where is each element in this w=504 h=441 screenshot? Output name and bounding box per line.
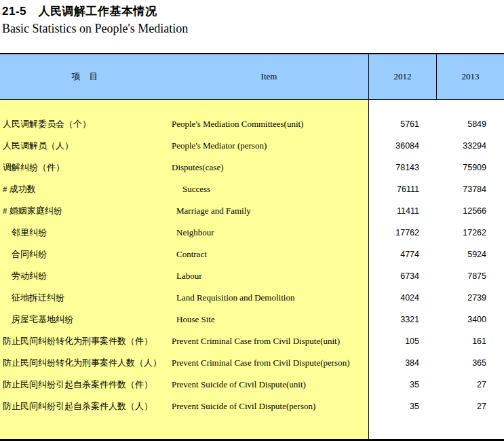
row-value-2013: 17262 <box>436 222 504 244</box>
row-value-2012: 6734 <box>368 265 436 287</box>
row-value-2013: 3400 <box>436 309 504 330</box>
table-spacer-row <box>0 100 504 113</box>
row-value-2013: 7875 <box>436 265 504 287</box>
row-label-en: Prevent Suicide of Civil Dispute(person) <box>170 396 368 417</box>
table-row <box>0 417 504 439</box>
row-value-2013: 75909 <box>436 157 504 178</box>
table-row: 防止民间纠纷引起自杀案件件数（件） Prevent Suicide of Civ… <box>0 374 504 396</box>
row-label-en: Prevent Suicide of Civil Dispute(unit) <box>170 374 368 396</box>
table-row: 征地拆迁纠纷 Land Requisition and Demolition 4… <box>0 287 504 309</box>
row-label-en: House Site <box>170 309 368 330</box>
row-value-2012: 5761 <box>368 113 436 135</box>
row-label-en: Prevent Criminal Case from Civil Dispute… <box>170 330 368 352</box>
row-value-2013: 365 <box>436 352 504 374</box>
table-row: 防止民间纠纷引起自杀案件人数（人） Prevent Suicide of Civ… <box>0 396 504 417</box>
table-row: 人民调解员（人） People's Mediator (person) 3608… <box>0 135 504 157</box>
table-row: 人民调解委员会（个） People's Mediation Committees… <box>0 113 504 135</box>
row-value-2012: 3321 <box>368 309 436 330</box>
row-label-en: Marriage and Family <box>170 200 368 222</box>
row-label-zh: 征地拆迁纠纷 <box>0 287 170 309</box>
row-value-2012: 4774 <box>368 244 436 265</box>
row-label-en: Success <box>170 178 368 200</box>
row-value-2013: 12566 <box>436 200 504 222</box>
table-row: 防止民间纠纷转化为刑事案件数（件） Prevent Criminal Case … <box>0 330 504 352</box>
row-label-zh: 防止民间纠纷引起自杀案件件数（件） <box>0 374 170 396</box>
table-header-row: 项 目 Item 2012 2013 <box>0 54 504 100</box>
row-label-en <box>170 417 368 439</box>
row-value-2012: 4024 <box>368 287 436 309</box>
row-value-2012: 76111 <box>368 178 436 200</box>
row-value-2013 <box>436 417 504 439</box>
row-label-en: Land Requisition and Demolition <box>170 287 368 309</box>
header-item-zh: 项 目 <box>0 54 170 99</box>
table-row: # 成功数 Success 76111 73784 <box>0 178 504 200</box>
page-title-zh: 21-5 人民调解工作基本情况 <box>2 3 504 20</box>
row-value-2012: 17762 <box>368 222 436 244</box>
table-row: 劳动纠纷 Labour 6734 7875 <box>0 265 504 287</box>
row-label-en: Prevent Criminal Case from Civil Dispute… <box>170 352 368 374</box>
row-label-zh: 合同纠纷 <box>0 244 170 265</box>
row-label-zh <box>0 417 170 439</box>
table-row: 防止民间纠纷转化为刑事案件人数（人） Prevent Criminal Case… <box>0 352 504 374</box>
statistics-table: 项 目 Item 2012 2013 人民调解委员会（个） People's M… <box>0 53 504 441</box>
row-value-2012: 35 <box>368 396 436 417</box>
row-value-2013: 161 <box>436 330 504 352</box>
row-value-2013: 5924 <box>436 244 504 265</box>
row-label-en: People's Mediation Committees(unit) <box>170 113 368 135</box>
table-row: 合同纠纷 Contract 4774 5924 <box>0 244 504 265</box>
title-block: 21-5 人民调解工作基本情况 Basic Statistics on Peop… <box>0 0 504 53</box>
header-year-2013: 2013 <box>436 54 504 99</box>
table-row: # 婚姻家庭纠纷 Marriage and Family 11411 12566 <box>0 200 504 222</box>
row-value-2013: 27 <box>436 396 504 417</box>
row-label-zh: 房屋宅基地纠纷 <box>0 309 170 330</box>
page-title-en: Basic Statistics on People's Mediation <box>2 20 504 37</box>
table-body: 人民调解委员会（个） People's Mediation Committees… <box>0 100 504 439</box>
row-label-zh: 防止民间纠纷转化为刑事案件人数（人） <box>0 352 170 374</box>
header-item-en: Item <box>170 54 368 99</box>
row-value-2012 <box>368 417 436 439</box>
row-label-zh: # 成功数 <box>0 178 170 200</box>
row-value-2013: 27 <box>436 374 504 396</box>
row-label-en: Contract <box>170 244 368 265</box>
row-value-2012: 35 <box>368 374 436 396</box>
header-year-2012: 2012 <box>368 54 436 99</box>
row-value-2012: 11411 <box>368 200 436 222</box>
row-value-2012: 105 <box>368 330 436 352</box>
row-value-2012: 78143 <box>368 157 436 178</box>
row-value-2013: 5849 <box>436 113 504 135</box>
row-label-en: Labour <box>170 265 368 287</box>
table-row: 调解纠纷（件） Disputes(case) 78143 75909 <box>0 157 504 178</box>
row-label-en: People's Mediator (person) <box>170 135 368 157</box>
table-row: 邻里纠纷 Neighbour 17762 17262 <box>0 222 504 244</box>
row-value-2012: 36084 <box>368 135 436 157</box>
row-value-2013: 33294 <box>436 135 504 157</box>
row-label-zh: 人民调解委员会（个） <box>0 113 170 135</box>
row-label-zh: 防止民间纠纷引起自杀案件人数（人） <box>0 396 170 417</box>
row-value-2012: 384 <box>368 352 436 374</box>
row-label-en: Disputes(case) <box>170 157 368 178</box>
table-row: 房屋宅基地纠纷 House Site 3321 3400 <box>0 309 504 330</box>
row-value-2013: 2739 <box>436 287 504 309</box>
row-label-zh: 人民调解员（人） <box>0 135 170 157</box>
row-label-zh: 劳动纠纷 <box>0 265 170 287</box>
row-label-zh: 防止民间纠纷转化为刑事案件数（件） <box>0 330 170 352</box>
row-label-zh: 调解纠纷（件） <box>0 157 170 178</box>
row-label-zh: 邻里纠纷 <box>0 222 170 244</box>
row-label-en: Neighbour <box>170 222 368 244</box>
row-label-zh: # 婚姻家庭纠纷 <box>0 200 170 222</box>
row-value-2013: 73784 <box>436 178 504 200</box>
